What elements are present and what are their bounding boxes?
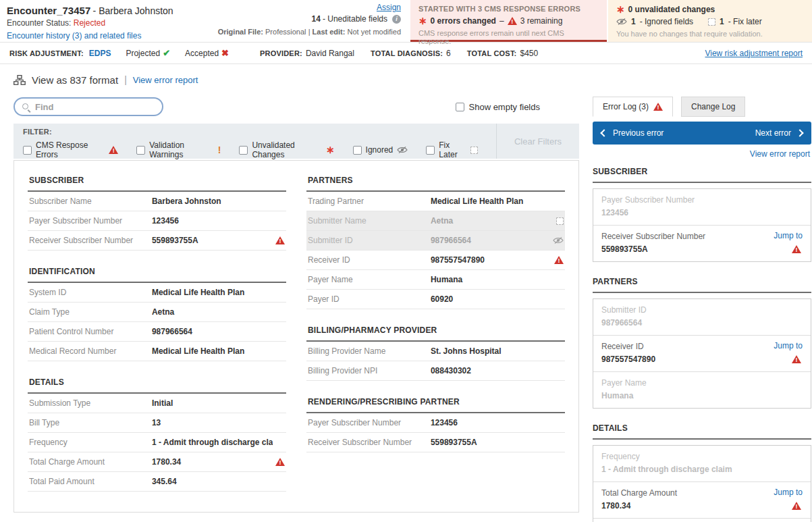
filter-fix-later[interactable]: Fix Later [426, 140, 478, 159]
next-error-button[interactable]: Next error [755, 128, 803, 138]
log-tabs: Error Log (3) ! Change Log [593, 97, 812, 117]
unvalidated-changes-checkbox[interactable] [239, 146, 248, 155]
section-partners: PARTNERS Trading Partner Medical Life He… [306, 172, 565, 309]
error-row-resolved: Payer Name Humana [593, 372, 811, 408]
field-row-ignored[interactable]: Submitter ID 987966564 [306, 231, 565, 251]
eye-icon [616, 18, 627, 26]
fix-later-icon [556, 217, 564, 225]
filter-unvalidated-changes[interactable]: Unvalidated Changes ∗ [239, 140, 334, 159]
clear-filters-button[interactable]: Clear Filters [514, 136, 562, 147]
risk-adjustment-report-link[interactable]: View risk adjustment report [705, 49, 803, 58]
filter-cms-errors[interactable]: CMS Respose Errors ! [23, 140, 118, 159]
field-label: Trading Partner [308, 197, 431, 206]
search-icon [22, 103, 30, 111]
section-title: SUBSCRIBER [593, 163, 811, 183]
encounter-status-line: Encounter Status: Rejected [7, 18, 202, 28]
field-label: Receiver Subscriber Number [308, 438, 431, 447]
field-row-fix-later[interactable]: Submitter Name Aetna [306, 211, 565, 231]
field-row[interactable]: Payer Name Humana [306, 270, 565, 290]
field-row[interactable]: Payer Subscriber Number 123456 [306, 413, 565, 433]
edps-link[interactable]: EDPS [89, 49, 111, 58]
filter-validation-warnings[interactable]: Validation Warnings ! [136, 140, 221, 159]
field-row[interactable]: Billing Provider NPI 088430302 [306, 361, 565, 381]
original-file-line: Original File: Professional | Last edit:… [202, 28, 401, 36]
view-as-837-link[interactable]: View as 837 format [32, 74, 118, 86]
view-error-report-link[interactable]: View error report [133, 75, 198, 85]
field-row[interactable]: Receiver ID 987557547890 ! [306, 251, 565, 270]
encounter-form-card: SUBSCRIBER Subscriber Name Barbera Johns… [13, 160, 579, 513]
provider-label: PROVIDER: [260, 49, 302, 57]
show-empty-checkbox[interactable] [456, 103, 464, 111]
cms-panel-title: STARTED WITH 3 CMS RESPONSE ERRORS [418, 5, 599, 13]
field-row[interactable]: Frequency 1 - Admit through discharge cl… [28, 433, 286, 452]
warning-triangle-icon: ! [792, 355, 801, 363]
error-field-value: 559893755A [601, 244, 803, 254]
accepted-status: Accepted ✖ [185, 48, 229, 58]
field-row[interactable]: System ID Medical Life Health Plan [28, 283, 286, 303]
filter-label: FILTER: [23, 128, 496, 136]
encounter-history-link[interactable]: Encounter history (3) and related files [7, 31, 141, 41]
form-column-right: PARTNERS Trading Partner Medical Life He… [306, 172, 565, 492]
field-row[interactable]: Receiver Subscriber Number 559893755A ! [28, 231, 286, 251]
field-row[interactable]: Subscriber Name Barbera Johnston [28, 192, 286, 211]
file-meta: Assign 14 - Uneditable fields i Original… [202, 0, 410, 42]
error-field-label: Frequency [601, 452, 803, 461]
ignored-count: 1 [631, 17, 636, 26]
field-row[interactable]: Payer Subscriber Number 123456 [28, 211, 286, 231]
validation-warnings-checkbox[interactable] [136, 146, 145, 155]
field-row[interactable]: Trading Partner Medical Life Health Plan [306, 192, 565, 211]
field-row[interactable]: Medical Record Number Medical Life Healt… [28, 342, 286, 361]
previous-error-button[interactable]: Previous error [601, 128, 664, 138]
uneditable-fields: 14 - Uneditable fields i [202, 14, 401, 24]
field-row[interactable]: Receiver Subscriber Number 559893755A [306, 433, 565, 452]
total-cost-field: TOTAL COST: $450 [467, 49, 538, 58]
view-error-report-link[interactable]: View error report [750, 149, 810, 159]
cms-errors-checkbox[interactable] [23, 146, 32, 155]
error-row-resolved: Total Paid Amount 345.64 [593, 519, 811, 522]
section-title: RENDERING/PRESCRIBING PARTNER [306, 393, 565, 413]
fix-later-icon [708, 18, 715, 26]
error-field-value: 1780.34 [601, 501, 803, 511]
field-row[interactable]: Bill Type 13 [28, 413, 286, 433]
field-row[interactable]: Payer ID 60920 [306, 290, 565, 309]
field-value: 1 - Admit through discharge claim [152, 438, 273, 447]
encounter-status-label: Encounter Status: [7, 18, 71, 28]
assign-link[interactable]: Assign [377, 3, 401, 12]
jump-to-link[interactable]: Jump to [774, 488, 803, 497]
field-row[interactable]: Total Paid Amount 345.64 [28, 472, 286, 492]
jump-to-link[interactable]: Jump to [774, 231, 803, 240]
fix-later-icon [470, 147, 478, 154]
field-value: 987557547890 [431, 255, 551, 265]
section-rendering-partner: RENDERING/PRESCRIBING PARTNER Payer Subs… [306, 393, 565, 452]
field-label: Payer Subscriber Number [308, 418, 431, 427]
ignored-checkbox[interactable] [353, 146, 362, 155]
tab-change-log[interactable]: Change Log [681, 97, 745, 117]
provider-value: David Rangal [306, 49, 354, 58]
field-value: 1780.34 [152, 457, 273, 467]
uneditable-count: 14 [312, 14, 321, 24]
field-row[interactable]: Claim Type Aetna [28, 303, 286, 322]
field-label: Submitter ID [308, 236, 431, 245]
cms-errors-panel: STARTED WITH 3 CMS RESPONSE ERRORS ∗ 0 e… [410, 0, 607, 42]
field-label: Claim Type [29, 307, 152, 317]
field-row[interactable]: Submission Type Initial [28, 394, 286, 413]
section-title: PARTNERS [593, 273, 811, 293]
field-label: Total Charge Amount [29, 457, 152, 467]
jump-to-link[interactable]: Jump to [774, 341, 803, 350]
original-file-label: Original File: [218, 28, 263, 36]
asterisk-icon: ∗ [418, 18, 427, 24]
info-icon[interactable]: i [392, 15, 401, 24]
sitemap-837-icon [13, 75, 26, 85]
fix-later-checkbox[interactable] [426, 146, 435, 155]
field-row[interactable]: Patient Control Number 987966564 [28, 322, 286, 342]
field-row[interactable]: Total Charge Amount 1780.34 ! [28, 452, 286, 472]
field-row[interactable]: Billing Provider Name St. Johns Hospital [306, 342, 565, 361]
filter-ignored[interactable]: Ignored [353, 145, 408, 155]
tab-error-log[interactable]: Error Log (3) ! [593, 97, 673, 117]
total-diagnosis-value: 6 [446, 49, 451, 58]
show-empty-fields-toggle[interactable]: Show empty fields [456, 102, 541, 112]
error-field-label: Receiver ID [601, 342, 803, 351]
warning-triangle-icon: ! [508, 17, 517, 25]
error-row: Receiver ID 987557547890 Jump to ! [593, 336, 811, 372]
find-input[interactable] [35, 102, 155, 112]
